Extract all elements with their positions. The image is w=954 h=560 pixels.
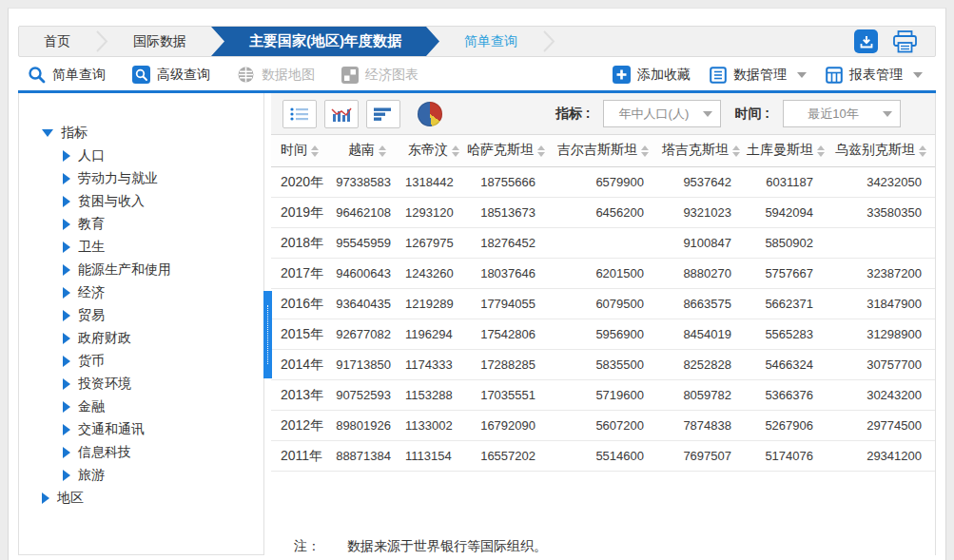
value-cell: 95545959	[330, 228, 404, 259]
pie-chart-view-button[interactable]	[418, 102, 442, 126]
toolbar-button-label: 高级查询	[157, 67, 210, 84]
breadcrumb-tab-home[interactable]: 首页	[19, 27, 95, 56]
tree-item[interactable]: 金融	[19, 396, 263, 418]
column-header[interactable]: 东帝汶	[404, 135, 463, 167]
sidebar-splitter[interactable]	[263, 291, 272, 378]
table-row: 2012年89801926113300216792090560720078748…	[271, 411, 935, 441]
sort-up-icon	[537, 145, 545, 150]
expand-icon[interactable]	[63, 241, 70, 253]
tree-item[interactable]: 政府财政	[19, 327, 263, 350]
value-cell: 34232050	[827, 167, 935, 198]
time-select[interactable]: 最近10年	[783, 100, 901, 127]
tree-item[interactable]: 旅游	[19, 464, 263, 487]
sort-icon[interactable]	[732, 145, 740, 157]
tree-item[interactable]: 教育	[19, 213, 263, 236]
column-header[interactable]: 吉尔吉斯斯坦	[549, 135, 657, 167]
tree-item-label: 卫生	[78, 239, 105, 256]
column-header[interactable]: 乌兹别克斯坦	[827, 135, 935, 167]
column-header[interactable]: 时间	[271, 135, 330, 167]
tree-item[interactable]: 投资环境	[19, 373, 263, 396]
value-cell: 91713850	[330, 350, 404, 380]
value-cell: 32387200	[827, 259, 935, 289]
value-cell: 30243200	[827, 380, 935, 411]
year-cell: 2011年	[271, 441, 330, 472]
add-favorite-button[interactable]: 添加收藏	[613, 66, 691, 84]
expand-icon[interactable]	[63, 356, 70, 367]
column-header[interactable]: 哈萨克斯坦	[463, 135, 549, 167]
expand-icon[interactable]	[63, 447, 70, 458]
sort-icon[interactable]	[919, 145, 926, 157]
sort-icon[interactable]	[311, 145, 319, 157]
expand-icon[interactable]	[63, 287, 70, 299]
bar-chart-view-button[interactable]	[366, 100, 400, 128]
expand-icon[interactable]	[63, 401, 70, 413]
table-row: 2014年91713850117433317288285583550082528…	[271, 350, 935, 380]
tree-item-label: 劳动力与就业	[78, 170, 158, 187]
collapse-icon[interactable]	[42, 129, 53, 137]
tree-item[interactable]: 信息科技	[19, 441, 263, 464]
table-view-button[interactable]	[282, 100, 317, 128]
tree-item[interactable]: 指标	[19, 122, 263, 145]
expand-icon[interactable]	[63, 196, 70, 207]
download-button[interactable]	[854, 29, 878, 53]
tree-item-label: 信息科技	[78, 444, 131, 461]
tree-item[interactable]: 贸易	[19, 304, 263, 327]
toolbar: 简单查询 高级查询 数据地图 经济图表	[18, 59, 936, 93]
expand-icon[interactable]	[63, 219, 70, 230]
value-cell: 6079500	[549, 289, 657, 319]
sort-icon[interactable]	[537, 145, 545, 157]
column-header[interactable]: 塔吉克斯坦	[657, 135, 745, 167]
filters: 指标 : 年中人口(人) 时间 : 最近10年	[555, 100, 924, 127]
tree-item[interactable]: 贫困与收入	[19, 190, 263, 213]
tree-item[interactable]: 劳动力与就业	[19, 167, 263, 190]
breadcrumb-tab-simple-query[interactable]: 简单查询	[439, 27, 542, 56]
advanced-query-button[interactable]: 高级查询	[132, 66, 210, 84]
plus-icon	[613, 66, 631, 84]
expand-icon[interactable]	[63, 173, 70, 184]
year-cell: 2013年	[271, 380, 330, 411]
tree-item[interactable]: 能源生产和使用	[19, 259, 263, 281]
sort-icon[interactable]	[817, 145, 825, 157]
expand-icon[interactable]	[63, 470, 70, 481]
tree-item[interactable]: 人口	[19, 145, 263, 167]
expand-icon[interactable]	[63, 310, 70, 321]
indicator-select[interactable]: 年中人口(人)	[603, 100, 721, 127]
data-map-button[interactable]: 数据地图	[237, 66, 315, 84]
value-cell: 5942094	[745, 198, 827, 228]
breadcrumb-tab-international-data[interactable]: 国际数据	[108, 27, 211, 56]
value-cell: 8252828	[657, 350, 745, 380]
expand-icon[interactable]	[42, 492, 49, 504]
column-header[interactable]: 土库曼斯坦	[745, 135, 827, 167]
column-header[interactable]: 越南	[330, 135, 404, 167]
tree-item[interactable]: 卫生	[19, 236, 263, 259]
table-row: 2013年90752593115328817035551571960080597…	[271, 380, 935, 411]
sort-up-icon	[311, 145, 319, 150]
tree-item[interactable]: 经济	[19, 281, 263, 304]
expand-icon[interactable]	[63, 150, 70, 162]
sort-icon[interactable]	[379, 145, 386, 157]
column-header-label: 塔吉克斯坦	[662, 143, 729, 158]
value-cell: 7697507	[657, 441, 745, 472]
print-button[interactable]	[892, 30, 918, 53]
tree-item[interactable]: 货币	[19, 350, 263, 373]
tree-item-label: 金融	[78, 398, 105, 415]
column-chart-view-button[interactable]	[324, 100, 359, 128]
tree-item-label: 能源生产和使用	[78, 261, 171, 279]
data-management-button[interactable]: 数据管理	[710, 67, 807, 84]
expand-icon[interactable]	[63, 264, 70, 276]
breadcrumb-tab-annual-data[interactable]: 主要国家(地区)年度数据	[211, 27, 439, 56]
expand-icon[interactable]	[63, 424, 70, 435]
expand-icon[interactable]	[63, 333, 70, 344]
simple-query-button[interactable]: 简单查询	[28, 66, 106, 84]
table-body: 2020年97338583131844218755666657990095376…	[271, 167, 935, 472]
toolbar-button-label: 数据地图	[262, 67, 315, 84]
sort-icon[interactable]	[452, 145, 459, 157]
value-cell: 5607200	[549, 411, 657, 441]
report-management-button[interactable]: 报表管理	[826, 67, 923, 84]
economic-chart-button[interactable]: 经济图表	[341, 67, 419, 84]
tree-item[interactable]: 交通和通讯	[19, 418, 263, 441]
tree-item[interactable]: 地区	[19, 487, 263, 510]
expand-icon[interactable]	[63, 378, 70, 390]
sort-icon[interactable]	[641, 145, 649, 157]
value-cell: 93640435	[330, 289, 404, 319]
